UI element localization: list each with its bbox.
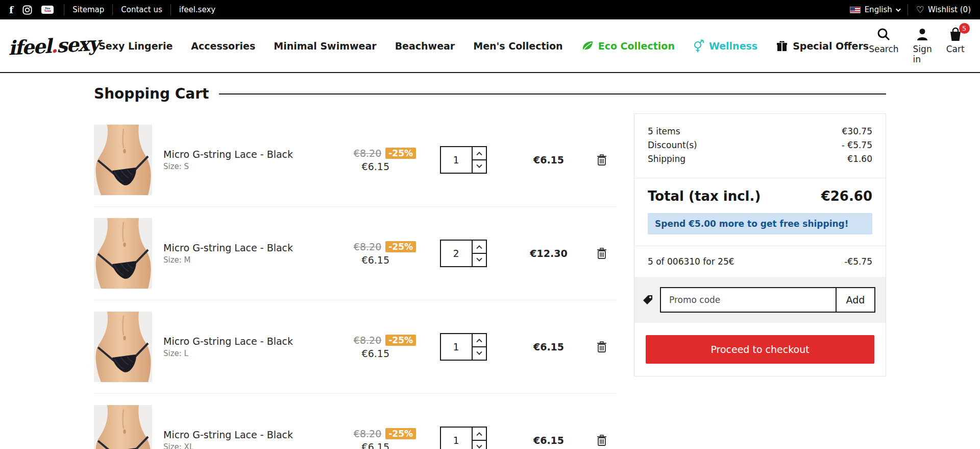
youtube-icon[interactable]: YouTube [41,6,54,14]
product-name[interactable]: Micro G-string Lace - Black [163,336,322,347]
quantity-decrease-button[interactable] [473,347,486,360]
product-photo-gstring [94,405,152,449]
separator [908,4,908,15]
promo-box: Add [660,287,875,313]
quantity-decrease-button[interactable] [473,254,486,266]
trash-icon [596,341,607,353]
product-photo-gstring [94,125,152,195]
cart-count-badge: 5 [959,23,970,34]
cart-item-list: Micro G-string Lace - Black Size: S €8.2… [94,113,617,449]
product-size: Size: XL [163,442,322,449]
tag-icon [642,294,654,306]
nav-beachwear[interactable]: Beachwear [395,40,455,52]
chevron-down-icon [896,7,901,12]
product-photo-gstring [94,312,152,382]
product-name[interactable]: Micro G-string Lace - Black [163,429,322,440]
discount-badge: -25% [385,335,416,346]
trash-icon [596,154,607,166]
quantity-decrease-button[interactable] [473,160,486,173]
quantity-increase-button[interactable] [473,147,486,160]
product-image[interactable] [94,125,152,195]
search-label: Search [869,44,898,54]
sign-in-button[interactable]: Sign in [913,27,932,64]
quantity-input[interactable]: 2 [441,241,472,266]
top-bar: f YouTube Sitemap Contact us ifeel.sexy … [0,0,980,19]
main-header: ifeel.sexy Sexy Lingerie Accessories Min… [0,19,980,73]
unit-price: €6.15 [322,348,416,359]
leaf-icon [581,40,594,52]
product-name[interactable]: Micro G-string Lace - Black [163,242,322,253]
old-price: €8.20 [354,148,381,159]
remove-item-button[interactable] [587,434,617,446]
nav-special-offers[interactable]: Special Offers [776,40,869,52]
quantity-stepper: 2 [440,240,487,267]
topbar-link-sitemap[interactable]: Sitemap [72,5,104,14]
line-total: €6.15 [510,435,587,446]
product-image[interactable] [94,218,152,289]
trash-icon [596,434,607,446]
quantity-decrease-button[interactable] [473,441,486,449]
nav-label: Wellness [709,40,757,52]
discount-badge: -25% [385,428,416,439]
product-size: Size: L [163,349,322,358]
nav-sexy-lingerie[interactable]: Sexy Lingerie [99,40,173,52]
quantity-input[interactable]: 1 [441,428,472,449]
separator [170,4,171,15]
promo-code-section: Add [634,277,886,323]
quantity-stepper: 1 [440,427,487,449]
product-photo-gstring [94,218,152,289]
remove-item-button[interactable] [587,154,617,166]
product-name[interactable]: Micro G-string Lace - Black [163,149,322,160]
language-selector[interactable]: English [865,5,892,14]
instagram-icon[interactable] [22,5,32,15]
topbar-link-store[interactable]: ifeel.sexy [179,5,215,14]
search-button[interactable]: Search [869,27,898,54]
cart-button[interactable]: 5 Cart [946,27,965,54]
nav-mens-collection[interactable]: Men's Collection [473,40,562,52]
cart-item-row: Micro G-string Lace - Black Size: L €8.2… [94,300,617,394]
topbar-link-contact[interactable]: Contact us [121,5,162,14]
line-total: €6.15 [510,154,587,166]
remove-item-button[interactable] [587,247,617,259]
unit-price: €6.15 [322,161,416,172]
product-image[interactable] [94,312,152,382]
proceed-to-checkout-button[interactable]: Proceed to checkout [646,335,874,364]
discount-badge: -25% [385,148,416,159]
quantity-increase-button[interactable] [473,334,486,347]
logo-text: sexy [56,32,100,57]
nav-wellness[interactable]: Wellness [693,39,757,53]
wishlist-link[interactable]: Wishlist (0) [928,5,971,14]
unit-price: €6.15 [322,441,416,449]
nav-accessories[interactable]: Accessories [191,40,255,52]
quantity-input[interactable]: 1 [441,334,472,360]
product-image[interactable] [94,405,152,449]
promo-code-input[interactable] [661,288,836,312]
quantity-increase-button[interactable] [473,241,486,254]
chevron-up-icon [476,432,482,438]
voucher-value: -€5.75 [844,256,872,267]
add-promo-button[interactable]: Add [836,288,874,312]
nav-label: Eco Collection [598,40,675,52]
chevron-down-icon [476,162,482,168]
quantity-increase-button[interactable] [473,428,486,441]
chevron-down-icon [476,443,482,448]
product-size: Size: M [163,255,322,265]
chevron-down-icon [476,256,482,262]
unit-price-block: €8.20 -25% €6.15 [322,148,416,172]
store-logo[interactable]: ifeel.sexy [8,32,99,59]
quantity-stepper: 1 [440,333,487,361]
us-flag-icon [850,7,861,13]
line-total: €12.30 [510,248,587,259]
voucher-label: 5 of 006310 for 25€ [648,256,734,267]
chevron-up-icon [476,339,482,344]
nav-eco-collection[interactable]: Eco Collection [581,40,675,52]
facebook-icon[interactable]: f [9,5,13,15]
search-icon [876,27,891,41]
summary-value: - €5.75 [842,140,872,150]
title-rule [219,93,886,94]
quantity-input[interactable]: 1 [441,147,472,173]
summary-label: Shipping [648,154,685,164]
summary-value: €1.60 [847,154,872,164]
nav-minimal-swimwear[interactable]: Minimal Swimwear [274,40,376,52]
remove-item-button[interactable] [587,341,617,353]
